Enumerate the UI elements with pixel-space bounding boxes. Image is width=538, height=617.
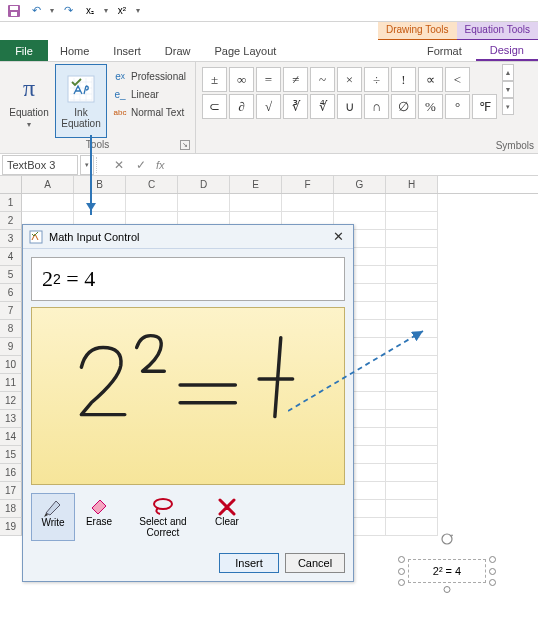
col-header[interactable]: H [386, 176, 438, 193]
cell[interactable] [386, 500, 438, 518]
row-header[interactable]: 5 [0, 266, 22, 284]
symbol-button[interactable]: ± [202, 67, 227, 92]
cell[interactable] [386, 194, 438, 212]
cell[interactable] [386, 518, 438, 536]
symbol-button[interactable]: × [337, 67, 362, 92]
symbol-button[interactable]: ∜ [310, 94, 335, 119]
col-header[interactable]: A [22, 176, 74, 193]
write-tool-button[interactable]: Write [31, 493, 75, 541]
row-header[interactable]: 13 [0, 410, 22, 428]
symbol-button[interactable]: ∝ [418, 67, 443, 92]
symbol-button[interactable]: √ [256, 94, 281, 119]
tab-draw[interactable]: Draw [153, 40, 203, 61]
professional-button[interactable]: exProfessional [109, 68, 190, 84]
tab-format[interactable]: Format [413, 40, 476, 61]
resize-handle[interactable] [444, 586, 451, 593]
linear-button[interactable]: e_Linear [109, 86, 190, 102]
subscript-icon[interactable]: x₂ [82, 3, 98, 19]
dialog-titlebar[interactable]: Math Input Control ✕ [23, 225, 353, 249]
cell[interactable] [386, 284, 438, 302]
col-header[interactable]: E [230, 176, 282, 193]
enter-formula-icon[interactable]: ✓ [130, 155, 152, 175]
cell[interactable] [178, 194, 230, 212]
row-header[interactable]: 1 [0, 194, 22, 212]
symbol-button[interactable]: ! [391, 67, 416, 92]
tab-home[interactable]: Home [48, 40, 101, 61]
cancel-button[interactable]: Cancel [285, 553, 345, 573]
tab-design[interactable]: Design [476, 40, 538, 61]
chevron-down-icon[interactable]: ▾ [50, 6, 54, 15]
row-header[interactable]: 14 [0, 428, 22, 446]
col-header[interactable]: F [282, 176, 334, 193]
cell[interactable] [386, 446, 438, 464]
col-header[interactable]: D [178, 176, 230, 193]
normal-text-button[interactable]: abcNormal Text [109, 104, 190, 120]
equation-button[interactable]: π Equation▾ [3, 64, 55, 138]
resize-handle[interactable] [489, 568, 496, 575]
cell[interactable] [386, 248, 438, 266]
row-header[interactable]: 16 [0, 464, 22, 482]
cell[interactable] [230, 194, 282, 212]
row-header[interactable]: 15 [0, 446, 22, 464]
row-header[interactable]: 12 [0, 392, 22, 410]
row-header[interactable]: 17 [0, 482, 22, 500]
cell[interactable] [386, 212, 438, 230]
row-header[interactable]: 6 [0, 284, 22, 302]
name-box[interactable]: TextBox 3 [2, 155, 78, 175]
row-header[interactable]: 19 [0, 518, 22, 536]
symbol-button[interactable]: ° [445, 94, 470, 119]
gallery-more-icon[interactable]: ▾ [502, 98, 514, 115]
row-header[interactable]: 11 [0, 374, 22, 392]
symbol-button[interactable]: ÷ [364, 67, 389, 92]
insert-button[interactable]: Insert [219, 553, 279, 573]
save-icon[interactable] [6, 3, 22, 19]
symbol-button[interactable]: ∛ [283, 94, 308, 119]
resize-handle[interactable] [398, 579, 405, 586]
chevron-down-icon[interactable]: ▾ [136, 6, 140, 15]
cell[interactable] [386, 464, 438, 482]
launcher-icon[interactable]: ↘ [180, 140, 190, 150]
cell[interactable] [386, 482, 438, 500]
cell[interactable] [282, 194, 334, 212]
tab-insert[interactable]: Insert [101, 40, 153, 61]
symbol-button[interactable]: ∩ [364, 94, 389, 119]
row-header[interactable]: 2 [0, 212, 22, 230]
row-header[interactable]: 10 [0, 356, 22, 374]
symbol-button[interactable]: ∅ [391, 94, 416, 119]
equation-textbox[interactable]: 2² = 4 [408, 559, 486, 583]
clear-tool-button[interactable]: Clear [205, 493, 249, 541]
symbol-button[interactable]: % [418, 94, 443, 119]
cell[interactable] [386, 428, 438, 446]
symbol-button[interactable]: ∞ [229, 67, 254, 92]
cell[interactable] [74, 194, 126, 212]
erase-tool-button[interactable]: Erase [77, 493, 121, 541]
row-header[interactable]: 4 [0, 248, 22, 266]
resize-handle[interactable] [489, 556, 496, 563]
cell[interactable] [386, 230, 438, 248]
resize-handle[interactable] [398, 556, 405, 563]
cell[interactable] [334, 194, 386, 212]
row-header[interactable]: 18 [0, 500, 22, 518]
symbol-button[interactable]: ~ [310, 67, 335, 92]
gallery-up-icon[interactable]: ▲ [502, 64, 514, 81]
row-header[interactable]: 9 [0, 338, 22, 356]
symbol-button[interactable]: ∪ [337, 94, 362, 119]
resize-handle[interactable] [489, 579, 496, 586]
select-correct-tool-button[interactable]: Select and Correct [123, 493, 203, 541]
cell[interactable] [22, 194, 74, 212]
symbol-button[interactable]: ⊂ [202, 94, 227, 119]
chevron-down-icon[interactable]: ▾ [104, 6, 108, 15]
close-icon[interactable]: ✕ [329, 228, 347, 246]
row-header[interactable]: 8 [0, 320, 22, 338]
fx-icon[interactable]: fx [156, 159, 165, 171]
cell[interactable] [126, 194, 178, 212]
tab-page-layout[interactable]: Page Layout [203, 40, 289, 61]
row-header[interactable]: 7 [0, 302, 22, 320]
ink-equation-button[interactable]: Ink Equation [55, 64, 107, 138]
redo-icon[interactable]: ↷ [60, 3, 76, 19]
cancel-formula-icon[interactable]: ✕ [108, 155, 130, 175]
symbol-button[interactable]: ≠ [283, 67, 308, 92]
col-header[interactable]: B [74, 176, 126, 193]
select-all-corner[interactable] [0, 176, 22, 193]
cell[interactable] [386, 266, 438, 284]
